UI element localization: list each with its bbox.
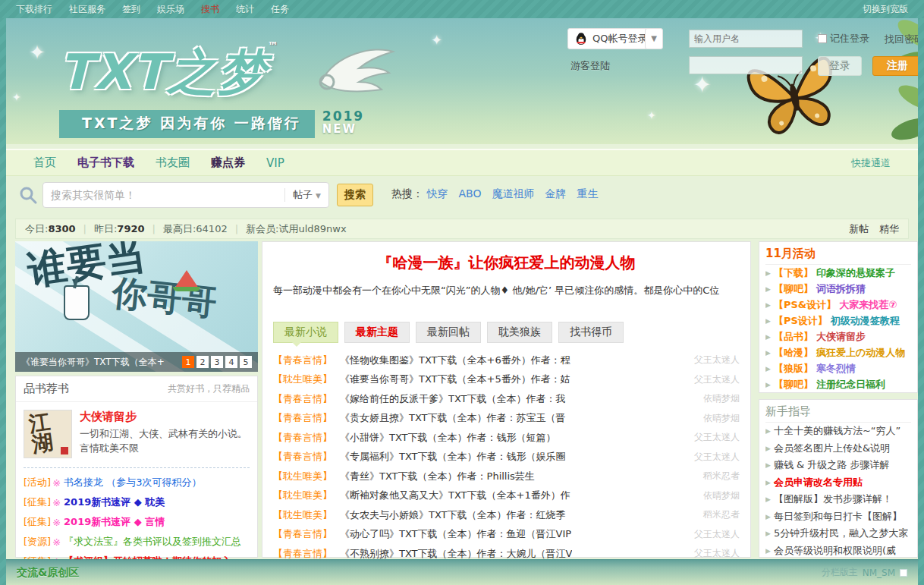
- thread-title[interactable]: 《动心了吗》TXT下载（全本）作者：鱼迎（晋江VIP: [340, 527, 571, 541]
- thread-category[interactable]: 【青春言情】: [273, 450, 332, 464]
- search-type-dropdown[interactable]: 帖子 ▼: [284, 188, 328, 202]
- thread-title[interactable]: 《青丝》TXT下载（全本）作者：Phillis芸生: [340, 470, 535, 483]
- activity-item[interactable]: ▶ 【下载】 印象深的悬疑案子: [765, 265, 911, 281]
- thread-author[interactable]: 依晴梦烟: [696, 489, 740, 502]
- topbar-link[interactable]: 社区服务: [69, 4, 105, 14]
- username-input[interactable]: [689, 30, 803, 48]
- thread-title[interactable]: 《怪物收集图鉴》TXT下载（全本+6番外）作者：程: [340, 354, 570, 367]
- hot-search-link[interactable]: 金牌: [545, 187, 566, 200]
- activity-item[interactable]: ▶ 【PS设计】 初级动漫签教程: [765, 313, 911, 329]
- featured-book-title[interactable]: 大侠请留步: [80, 410, 247, 424]
- content-tab[interactable]: 最新主题: [344, 322, 410, 343]
- guest-login-link[interactable]: 游客登陆: [570, 59, 610, 73]
- thread-author[interactable]: 父王太迷人: [687, 354, 740, 366]
- thread-row[interactable]: 【青春言情】 《小甜饼》TXT下载（全本）作者：钱形（短篇） 父王太迷人: [273, 428, 740, 448]
- hot-search-link[interactable]: ABO: [458, 187, 481, 200]
- moderator-link[interactable]: NM_SM: [863, 568, 895, 578]
- promo-slider[interactable]: 谁要当 你哥哥 《谁要当你哥哥》TXT下载（全本+ 1 2 3 4 5: [15, 241, 258, 372]
- content-tab[interactable]: 最新回帖: [416, 322, 481, 343]
- newbie-item[interactable]: ▶ 每日签到和每日打卡【图解】: [765, 508, 911, 526]
- newbie-item[interactable]: ▶ 【图解版】发书步骤详解！: [765, 491, 911, 508]
- qq-login-dropdown[interactable]: ▼: [645, 28, 663, 49]
- thread-row[interactable]: 【青春言情】 《专属福利》TXT下载（全本）作者：钱形（娱乐圈 父王太迷人: [273, 448, 740, 467]
- recommend-link[interactable]: [征集] ※ 2019新书速评 ◆ 耽美: [24, 492, 250, 512]
- topbar-link[interactable]: 签到: [122, 4, 140, 14]
- slider-page-dot[interactable]: 2: [196, 356, 209, 368]
- password-input[interactable]: [689, 56, 803, 74]
- thread-title[interactable]: 《谁要当你哥哥》TXT下载（全本+5番外）作者：姑: [340, 373, 570, 386]
- nav-item[interactable]: 首页: [33, 156, 56, 170]
- thread-row[interactable]: 【耽生唯美】 《谁要当你哥哥》TXT下载（全本+5番外）作者：姑 父王太迷人: [273, 370, 740, 390]
- new-posts-link[interactable]: 新帖: [849, 222, 869, 236]
- thread-title[interactable]: 《小甜饼》TXT下载（全本）作者：钱形（短篇）: [340, 431, 556, 445]
- newbie-item[interactable]: ▶ 会员申请改名专用贴: [765, 474, 911, 492]
- thread-author[interactable]: 稻米忍者: [696, 470, 740, 483]
- newbie-item[interactable]: ▶ 十全十美的赚钱方法~“穷人”: [765, 423, 911, 440]
- thread-author[interactable]: 依晴梦烟: [696, 412, 740, 425]
- newbie-item[interactable]: ▶ 会员等级说明和权限说明(威: [765, 543, 911, 560]
- activity-item[interactable]: ▶ 【品书】 大侠请留步: [765, 329, 911, 344]
- forgot-password-link[interactable]: 找回密码: [885, 33, 918, 46]
- hot-search-link[interactable]: 魔道祖师: [492, 187, 534, 200]
- recommend-link[interactable]: [资源] ※ 『求文法宝』各类书评以及签到推文汇总: [24, 532, 250, 552]
- switch-wide-link[interactable]: 切换到宽版: [863, 3, 908, 16]
- search-button[interactable]: 搜索: [337, 184, 373, 206]
- nav-item[interactable]: 赚点券: [211, 156, 245, 170]
- content-tab[interactable]: 耽美狼族: [487, 322, 552, 343]
- thread-title[interactable]: 《女农夫与小娇娘》TXT下载（全本）作者：红烧季: [340, 508, 566, 522]
- thread-category[interactable]: 【青春言情】: [273, 527, 332, 541]
- hot-search-link[interactable]: 重生: [577, 187, 598, 200]
- thread-category[interactable]: 【青春言情】: [273, 392, 332, 406]
- thread-title[interactable]: 《嫁给前任的反派干爹》TXT下载（全本）作者：我: [340, 392, 566, 406]
- digest-link[interactable]: 精华: [879, 222, 899, 236]
- section-title[interactable]: 交流&原创区: [17, 566, 79, 580]
- site-logo[interactable]: TXT之梦™ TXT之梦 因为有你 一路偕行 2019 NEW: [59, 39, 364, 138]
- thread-title[interactable]: 《专属福利》TXT下载（全本）作者：钱形（娱乐圈: [340, 450, 566, 464]
- login-button[interactable]: 登录: [818, 56, 862, 76]
- slider-page-dot[interactable]: 3: [211, 356, 223, 368]
- topbar-link[interactable]: 搜书: [201, 4, 219, 14]
- content-tab[interactable]: 最新小说: [273, 322, 338, 343]
- recommend-link[interactable]: [活动] ※ 书名接龙 （参与3次可得积分）: [24, 473, 250, 492]
- thread-row[interactable]: 【青春言情】 《嫁给前任的反派干爹》TXT下载（全本）作者：我 依晴梦烟: [273, 389, 740, 409]
- thread-author[interactable]: 父王太迷人: [687, 431, 740, 444]
- thread-category[interactable]: 【耽生唯美】: [273, 489, 332, 502]
- thread-category[interactable]: 【耽生唯美】: [273, 373, 332, 386]
- slider-caption[interactable]: 《谁要当你哥哥》TXT下载（全本+: [21, 356, 182, 369]
- featured-book[interactable]: 江湖 大侠请留步 一切和江湖、大侠、武林有关的小说。 言情耽美不限: [16, 402, 257, 466]
- thread-row[interactable]: 【青春言情】 《怪物收集图鉴》TXT下载（全本+6番外）作者：程 父王太迷人: [273, 351, 740, 370]
- newbie-item[interactable]: ▶ 会员签名图片上传处&说明: [765, 440, 911, 458]
- newbie-item[interactable]: ▶ 5分钟升级村民，融入之梦大家: [765, 525, 911, 543]
- topbar-link[interactable]: 下载排行: [16, 4, 52, 14]
- slider-page-dot[interactable]: 5: [240, 356, 252, 368]
- thread-author[interactable]: 稻米忍者: [696, 508, 740, 521]
- activity-item[interactable]: ▶ 【聊吧】 注册纪念日福利: [765, 376, 911, 392]
- activity-item[interactable]: ▶ 【聊吧】 词语拆拆猜: [765, 281, 911, 297]
- thread-title[interactable]: 《断袖对象他又高又大》TXT下载（全本+1番外）作: [340, 489, 570, 502]
- thread-category[interactable]: 【耽生唯美】: [273, 508, 332, 522]
- newbie-item[interactable]: ▶ 赚钱 & 升级之路 步骤详解: [765, 457, 911, 474]
- activity-item[interactable]: ▶ 【PS&设计】 大家来找茬⑦: [765, 297, 911, 313]
- thread-author[interactable]: 依晴梦烟: [696, 392, 740, 405]
- thread-category[interactable]: 【青春言情】: [273, 431, 332, 445]
- collapse-icon[interactable]: [900, 569, 907, 577]
- featured-headline[interactable]: 『哈漫一族』让你疯狂爱上的动漫人物: [273, 242, 740, 273]
- recommend-link[interactable]: [征集] ※ 2019新书速评 ◆ 言情: [24, 512, 250, 532]
- thread-author[interactable]: 父王太迷人: [687, 547, 740, 560]
- register-button[interactable]: 注册: [872, 56, 918, 76]
- thread-author[interactable]: 父王太迷人: [687, 451, 740, 464]
- thread-author[interactable]: 父王太迷人: [687, 373, 740, 386]
- topbar-link[interactable]: 任务: [271, 4, 289, 14]
- topbar-link[interactable]: 统计: [236, 4, 254, 14]
- remember-checkbox[interactable]: 记住登录: [818, 32, 869, 46]
- activity-item[interactable]: ▶ 【哈漫】 疯狂爱上の动漫人物: [765, 344, 911, 360]
- hot-search-link[interactable]: 快穿: [426, 187, 448, 200]
- thread-category[interactable]: 【耽生唯美】: [273, 470, 332, 483]
- nav-item[interactable]: 书友圈: [156, 156, 190, 170]
- content-tab[interactable]: 找书得币: [558, 322, 624, 343]
- thread-row[interactable]: 【青春言情】 《贵女娇且撩》TXT下载（全本）作者：苏宝玉（晋 依晴梦烟: [273, 409, 740, 429]
- qq-login-button[interactable]: QQ帐号登录: [567, 28, 654, 49]
- thread-title[interactable]: 《贵女娇且撩》TXT下载（全本）作者：苏宝玉（晋: [340, 411, 566, 425]
- thread-author[interactable]: 父王太迷人: [687, 528, 740, 541]
- thread-category[interactable]: 【青春言情】: [273, 411, 332, 425]
